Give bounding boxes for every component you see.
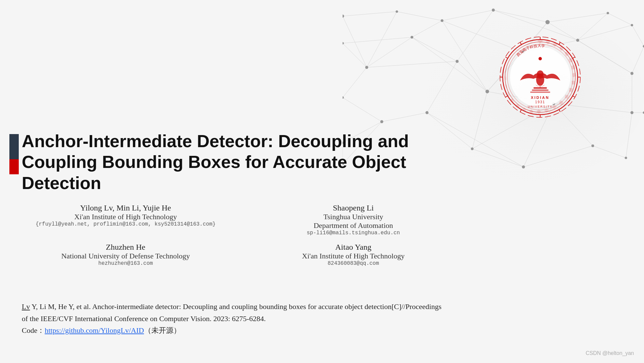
svg-line-91	[505, 96, 508, 97]
author-block-2: Shaopeng Li Tsinghua University Departme…	[249, 203, 457, 236]
citation-body-2: of the IEEE/CVF International Conference…	[22, 314, 266, 323]
svg-point-59	[643, 45, 644, 47]
svg-point-70	[426, 111, 429, 114]
svg-line-3	[442, 10, 493, 21]
author-name-4: Aitao Yang	[249, 243, 457, 252]
svg-point-54	[441, 19, 443, 22]
accent-red-bar	[9, 159, 19, 174]
side-accent-bars	[9, 134, 19, 174]
svg-point-52	[343, 15, 344, 18]
svg-rect-101	[530, 92, 550, 93]
svg-point-62	[411, 36, 413, 39]
author-block-3: Zhuzhen He National University of Defens…	[22, 243, 229, 266]
svg-line-23	[632, 46, 644, 73]
code-label: Code：	[22, 326, 45, 335]
svg-point-53	[396, 10, 398, 13]
citation-text: Lv Y, Li M, He Y, et al. Anchor-intermed…	[22, 301, 608, 336]
main-content: Anchor-Intermediate Detector: Decoupling…	[22, 131, 625, 277]
svg-line-41	[367, 61, 457, 67]
author-affil-2-line1: Tsinghua University	[249, 213, 457, 221]
svg-line-4	[493, 10, 548, 22]
paper-title: Anchor-Intermediate Detector: Decoupling…	[22, 131, 457, 193]
author-email-2: sp-li16@mails.tsinghua.edu.cn	[249, 230, 457, 236]
svg-line-5	[548, 13, 608, 22]
author-affil-3: National University of Defense Technolog…	[22, 252, 229, 260]
citation-body: Y, Li M, He Y, et al. Anchor-intermediat…	[30, 302, 441, 311]
svg-line-1	[343, 12, 397, 16]
svg-line-13	[457, 10, 493, 61]
svg-point-67	[631, 72, 634, 75]
svg-point-57	[606, 12, 609, 14]
svg-point-64	[486, 90, 489, 94]
svg-point-56	[546, 20, 550, 24]
svg-point-63	[456, 60, 459, 63]
svg-line-6	[608, 13, 632, 25]
svg-line-10	[367, 37, 412, 67]
svg-point-68	[343, 96, 344, 99]
svg-line-50	[343, 37, 412, 43]
svg-line-26	[382, 113, 427, 122]
svg-line-12	[412, 37, 457, 61]
svg-text:UNIVERSITY: UNIVERSITY	[528, 105, 553, 108]
svg-line-87	[573, 96, 575, 97]
svg-line-88	[559, 110, 560, 112]
svg-point-69	[380, 120, 383, 123]
svg-point-77	[643, 111, 644, 114]
svg-text:XIDIAN: XIDIAN	[531, 96, 549, 100]
author-block-4: Aitao Yang Xi'an Institute of High Techn…	[249, 243, 457, 266]
author-block-1: Yilong Lv, Min Li, Yujie He Xi'an Instit…	[22, 203, 229, 236]
accent-dark-bar	[9, 134, 19, 159]
svg-point-60	[343, 42, 344, 44]
author-name-1: Yilong Lv, Min Li, Yujie He	[22, 203, 229, 213]
university-logo: XIDIAN 1931 UNIVERSITY 西安电子科技大学	[497, 34, 584, 121]
svg-rect-100	[532, 89, 549, 91]
svg-line-35	[626, 113, 632, 158]
svg-line-22	[578, 40, 632, 73]
svg-line-42	[412, 37, 487, 92]
citation-area: Lv Y, Li M, He Y, et al. Anchor-intermed…	[22, 301, 608, 336]
citation-authors: Lv	[22, 302, 30, 311]
svg-point-55	[492, 9, 495, 12]
svg-line-90	[520, 110, 521, 112]
svg-line-84	[559, 42, 560, 45]
author-name-2: Shaopeng Li	[249, 203, 457, 213]
svg-point-102	[539, 57, 542, 60]
authors-grid: Yilong Lv, Min Li, Yujie He Xi'an Instit…	[22, 203, 457, 266]
svg-line-21	[578, 25, 632, 40]
code-link[interactable]: https://github.com/YilongLv/AID	[45, 326, 144, 335]
svg-line-24	[343, 67, 367, 98]
watermark: CSDN @helton_yan	[586, 350, 634, 356]
svg-line-27	[427, 61, 457, 113]
svg-line-25	[343, 98, 382, 122]
svg-line-2	[397, 12, 442, 21]
svg-point-75	[625, 157, 627, 159]
author-email-1: {rfuyll@yeah.net, proflimin@163.com, ksy…	[22, 221, 229, 227]
svg-line-8	[343, 16, 367, 67]
svg-line-14	[457, 61, 487, 92]
author-affil-4: Xi'an Institute of High Technology	[249, 252, 457, 260]
svg-line-9	[367, 12, 397, 68]
svg-text:1931: 1931	[535, 100, 545, 104]
svg-line-94	[520, 42, 521, 45]
author-affil-1: Xi'an Institute of High Technology	[22, 213, 229, 221]
svg-line-11	[412, 21, 442, 38]
svg-rect-99	[533, 87, 547, 89]
svg-line-7	[632, 25, 644, 46]
svg-point-58	[631, 24, 633, 26]
author-email-3: hezhuzhen@163.com	[22, 260, 229, 266]
author-email-4: 824360083@qq.com	[249, 260, 457, 266]
svg-line-15	[442, 21, 487, 92]
svg-line-85	[573, 57, 575, 58]
svg-point-61	[365, 66, 368, 69]
svg-point-76	[631, 111, 634, 114]
svg-line-51	[343, 43, 367, 67]
svg-line-93	[505, 57, 508, 58]
author-affil-2-line2: Department of Automation	[249, 221, 457, 230]
code-suffix: （未开源）	[144, 326, 181, 335]
author-name-3: Zhuzhen He	[22, 243, 229, 252]
